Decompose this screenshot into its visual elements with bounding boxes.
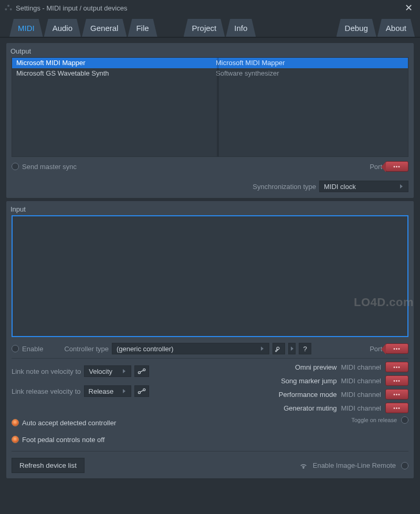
omni-preview-channel-button[interactable] bbox=[385, 362, 408, 372]
controller-type-dropdown[interactable]: (generic controller) bbox=[112, 343, 269, 354]
window-title: Settings - MIDI input / output devices bbox=[16, 4, 402, 12]
svg-point-9 bbox=[303, 467, 304, 468]
omni-preview-label: Omni preview bbox=[295, 363, 337, 371]
input-title: Input bbox=[10, 205, 408, 213]
generator-muting-label: Generator muting bbox=[284, 404, 337, 412]
device-name: Microsoft MIDI Mapper bbox=[16, 58, 216, 68]
output-port-label: Port bbox=[370, 163, 382, 171]
help-icon: ? bbox=[303, 345, 307, 353]
input-panel: Input Enable Controller type (generic co… bbox=[6, 201, 414, 478]
close-button[interactable]: ✕ bbox=[402, 2, 416, 14]
input-port-button[interactable] bbox=[385, 343, 408, 354]
column-resize-handle[interactable] bbox=[217, 58, 219, 156]
link-release-label: Link release velocity to bbox=[12, 387, 81, 395]
link-release-value: Release bbox=[89, 387, 114, 395]
output-port-button[interactable] bbox=[385, 161, 408, 172]
midi-channel-label: MIDI channel bbox=[341, 404, 381, 412]
chevron-right-icon bbox=[123, 369, 128, 373]
wifi-icon bbox=[299, 461, 308, 470]
input-port-label: Port bbox=[370, 345, 382, 353]
sync-type-label: Synchronization type bbox=[253, 183, 316, 191]
device-name: Microsoft GS Wavetable Synth bbox=[16, 68, 216, 79]
svg-point-7 bbox=[143, 389, 145, 391]
sync-type-value: MIDI clock bbox=[324, 183, 356, 191]
release-link-button[interactable] bbox=[134, 385, 149, 397]
output-device-row[interactable]: Microsoft GS Wavetable Synth Software sy… bbox=[12, 68, 408, 79]
note-on-link-button[interactable] bbox=[134, 365, 149, 377]
svg-point-2 bbox=[10, 8, 12, 11]
link-note-on-dropdown[interactable]: Velocity bbox=[84, 365, 131, 377]
tab-info[interactable]: Info bbox=[226, 19, 256, 37]
link-release-dropdown[interactable]: Release bbox=[84, 385, 131, 397]
chevron-right-icon bbox=[123, 389, 128, 393]
sync-type-dropdown[interactable]: MIDI clock bbox=[319, 181, 408, 192]
device-desc: Software synthesizer bbox=[216, 68, 404, 79]
chevron-right-icon bbox=[261, 347, 266, 351]
chevron-right-icon bbox=[400, 184, 405, 188]
toggle-on-release-radio[interactable] bbox=[401, 416, 408, 424]
controller-type-label: Controller type bbox=[64, 345, 109, 353]
svg-point-6 bbox=[138, 392, 140, 394]
send-master-sync-radio[interactable] bbox=[12, 163, 19, 170]
controller-help-button[interactable]: ? bbox=[299, 343, 311, 354]
link-note-on-label: Link note on velocity to bbox=[12, 368, 81, 375]
chevron-right-icon bbox=[291, 347, 293, 351]
svg-point-3 bbox=[139, 372, 141, 374]
refresh-device-list-button[interactable]: Refresh device list bbox=[12, 458, 85, 473]
tab-file[interactable]: File bbox=[128, 19, 157, 37]
controller-expand-button[interactable] bbox=[288, 343, 296, 354]
input-enable-radio[interactable] bbox=[12, 345, 19, 352]
song-marker-label: Song marker jump bbox=[281, 377, 337, 385]
tab-audio[interactable]: Audio bbox=[44, 19, 81, 37]
wrench-icon bbox=[275, 345, 282, 352]
output-device-row[interactable]: Microsoft MIDI Mapper Microsoft MIDI Map… bbox=[12, 58, 408, 68]
midi-channel-label: MIDI channel bbox=[341, 377, 381, 385]
send-master-sync-label: Send master sync bbox=[22, 163, 77, 171]
svg-line-5 bbox=[141, 371, 143, 372]
tab-project[interactable]: Project bbox=[184, 19, 225, 37]
tab-midi[interactable]: MIDI bbox=[9, 19, 43, 37]
tab-debug[interactable]: Debug bbox=[337, 19, 376, 37]
link-icon bbox=[138, 368, 146, 374]
input-device-list[interactable] bbox=[12, 215, 408, 337]
output-title: Output bbox=[10, 47, 408, 55]
link-icon bbox=[138, 388, 146, 394]
svg-point-4 bbox=[143, 369, 145, 371]
svg-point-0 bbox=[7, 5, 9, 7]
controller-settings-button[interactable] bbox=[272, 343, 285, 354]
app-icon bbox=[4, 4, 13, 12]
foot-pedal-radio[interactable] bbox=[12, 436, 19, 443]
title-bar: Settings - MIDI input / output devices ✕ bbox=[0, 0, 420, 16]
svg-point-1 bbox=[5, 8, 7, 11]
midi-channel-label: MIDI channel bbox=[341, 363, 381, 371]
tab-bar: MIDI Audio General File Project Info Deb… bbox=[0, 16, 420, 38]
generator-muting-channel-button[interactable] bbox=[385, 403, 408, 413]
svg-line-8 bbox=[140, 391, 143, 392]
auto-accept-label: Auto accept detected controller bbox=[22, 419, 116, 427]
tab-about[interactable]: About bbox=[377, 19, 415, 37]
performance-mode-label: Performance mode bbox=[279, 391, 337, 398]
tab-general[interactable]: General bbox=[82, 19, 127, 37]
performance-mode-channel-button[interactable] bbox=[385, 389, 408, 400]
device-desc: Microsoft MIDI Mapper bbox=[216, 58, 404, 68]
enable-remote-radio[interactable] bbox=[401, 462, 408, 469]
midi-channel-label: MIDI channel bbox=[341, 391, 381, 398]
foot-pedal-label: Foot pedal controls note off bbox=[22, 436, 104, 444]
controller-type-value: (generic controller) bbox=[117, 345, 173, 353]
output-device-list[interactable]: Microsoft MIDI Mapper Microsoft MIDI Map… bbox=[12, 57, 408, 157]
enable-remote-label: Enable Image-Line Remote bbox=[313, 461, 396, 469]
input-enable-label: Enable bbox=[22, 345, 43, 353]
panel-area: Output Microsoft MIDI Mapper Microsoft M… bbox=[0, 38, 420, 514]
auto-accept-radio[interactable] bbox=[12, 419, 19, 426]
output-panel: Output Microsoft MIDI Mapper Microsoft M… bbox=[6, 43, 414, 198]
link-note-on-value: Velocity bbox=[89, 368, 112, 375]
song-marker-channel-button[interactable] bbox=[385, 375, 408, 386]
toggle-on-release-label: Toggle on release bbox=[351, 417, 397, 423]
